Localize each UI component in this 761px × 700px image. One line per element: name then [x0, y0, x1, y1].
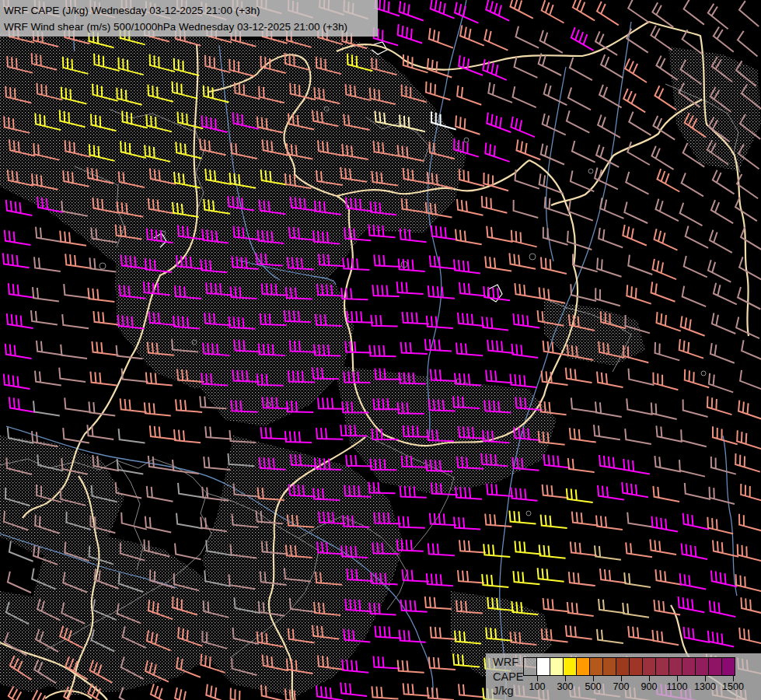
wind-barb — [399, 258, 425, 271]
wind-barb — [544, 454, 571, 468]
wind-barb — [88, 288, 114, 302]
wind-barb — [482, 317, 508, 331]
wind-barb — [513, 313, 539, 328]
wind-barb — [624, 58, 647, 82]
wind-barb — [625, 172, 648, 194]
wind-barb — [145, 516, 171, 533]
wind-barb — [6, 200, 33, 215]
wind-barb — [369, 345, 396, 357]
wind-barb — [397, 282, 424, 294]
wind-barb — [515, 170, 539, 188]
wind-barb — [684, 627, 710, 642]
wind-barb — [3, 253, 30, 268]
wind-barb — [541, 0, 564, 23]
wind-barb — [145, 402, 171, 415]
wind-barb — [543, 83, 567, 105]
legend-color-box — [695, 657, 709, 676]
legend-color-box — [550, 657, 564, 676]
wind-barb — [683, 256, 707, 277]
wind-barb — [623, 603, 649, 618]
wind-barb — [456, 343, 483, 356]
wind-barb — [425, 82, 451, 100]
wind-barb — [597, 629, 623, 643]
wind-barb — [176, 513, 203, 529]
wind-barb — [511, 488, 537, 501]
legend-color-box — [642, 657, 656, 676]
wind-barb — [487, 340, 514, 353]
wind-barb — [600, 569, 627, 583]
wind-barb — [316, 428, 343, 439]
wind-barb — [482, 574, 508, 587]
legend-tick-mark — [705, 676, 706, 681]
wind-barb — [486, 370, 512, 383]
wind-barb — [515, 541, 541, 554]
wind-barb — [542, 114, 566, 135]
wind-barb — [571, 27, 594, 51]
wind-barb — [710, 343, 735, 363]
wind-barb — [33, 401, 60, 415]
wind-barb — [685, 483, 710, 499]
wind-barb — [7, 572, 31, 593]
wind-barb — [542, 371, 568, 386]
wind-barb — [371, 315, 397, 327]
wind-barb — [375, 0, 400, 16]
wind-barb — [627, 0, 649, 23]
wind-barb — [5, 230, 31, 246]
wind-barb — [713, 283, 737, 305]
wind-barb — [399, 516, 425, 528]
wind-barb — [599, 85, 621, 108]
wind-barb — [599, 599, 625, 613]
legend-color-box — [563, 657, 577, 676]
wind-barb — [343, 257, 369, 270]
wind-barb — [712, 426, 738, 444]
wind-barb — [429, 657, 456, 670]
wind-barb — [9, 397, 36, 412]
wind-barb — [740, 484, 761, 502]
wind-barb — [399, 1, 424, 20]
wind-barb — [572, 254, 598, 272]
legend-tick-mark — [733, 676, 734, 681]
wind-barb — [739, 628, 761, 644]
wind-barb — [713, 541, 738, 557]
wind-barb — [456, 229, 482, 245]
wind-barb — [122, 369, 148, 383]
wind-barb — [458, 313, 484, 326]
wind-barb — [598, 228, 623, 248]
wind-barb — [316, 685, 343, 700]
wind-barb — [427, 316, 453, 328]
title-line-cape: WRF CAPE (J/kg) Wednesday 03-12-2025 21:… — [4, 2, 378, 19]
wind-barb — [5, 344, 32, 359]
legend-tick-mark — [677, 676, 678, 681]
wind-barb — [459, 169, 484, 186]
wind-barb — [484, 142, 509, 162]
wind-barb — [31, 310, 58, 325]
wind-barb — [623, 201, 648, 223]
wind-barb — [485, 514, 511, 527]
cape-legend: WRF CAPE J/kg 10030050070090011001300150… — [486, 653, 761, 700]
wind-barb — [572, 0, 595, 21]
wind-barb — [679, 460, 705, 477]
legend-color-box — [721, 657, 735, 676]
wind-barb — [543, 227, 568, 245]
legend-tick-mark — [537, 676, 538, 681]
wind-barb — [681, 173, 703, 196]
wind-barb — [653, 486, 679, 502]
legend-tick-mark — [565, 676, 566, 681]
wind-barb — [120, 398, 147, 412]
wind-barb — [652, 259, 676, 279]
wind-barb — [59, 368, 86, 382]
wind-barb — [599, 455, 626, 470]
wind-barb — [679, 203, 703, 226]
wind-barb — [622, 482, 648, 497]
wind-barb — [459, 25, 484, 45]
legend-color-box — [523, 657, 537, 676]
wind-barb — [427, 573, 453, 586]
wind-barb — [709, 230, 732, 253]
wind-barb — [373, 656, 400, 669]
wind-barb — [430, 255, 456, 268]
wind-barb — [176, 399, 202, 412]
wind-barb — [403, 54, 428, 73]
wind-barb — [513, 200, 539, 218]
legend-title-line1: WRF — [493, 655, 524, 670]
wind-barb — [623, 89, 645, 112]
